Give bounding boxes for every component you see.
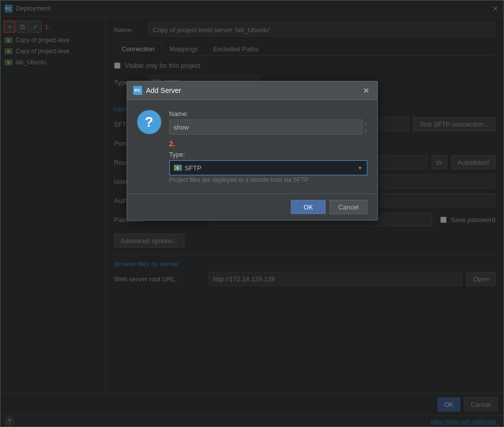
modal-chevron-down-icon: ▼ — [358, 165, 363, 171]
modal-ok-button[interactable]: OK — [291, 200, 326, 214]
down-arrow-icon: ↓ — [364, 127, 367, 133]
modal-name-input-row: ↑ ↓ — [169, 120, 367, 135]
modal-app-icon: PC — [133, 86, 142, 95]
sort-arrows[interactable]: ↑ ↓ — [364, 122, 367, 133]
modal-close-button[interactable]: ✕ — [361, 85, 371, 95]
modal-name-label: Name: — [169, 110, 367, 118]
modal-name-section: Name: ↑ ↓ — [169, 110, 367, 135]
question-mark-icon: ? — [137, 110, 161, 134]
modal-type-value: SFTP — [185, 164, 201, 172]
modal-name-input[interactable] — [169, 120, 363, 135]
modal-fields: Name: ↑ ↓ 2. Type: — [169, 110, 367, 183]
modal-dropdown-icon: S SFTP — [174, 164, 201, 172]
modal-title: Add Server — [146, 86, 181, 94]
modal-sftp-icon: S — [174, 165, 182, 171]
main-window: PC Deployment ✕ + ⧉ ✓ 1. S Copy of pro — [0, 0, 504, 427]
modal-type-label: Type: — [169, 151, 367, 158]
step2-label: 2. — [169, 140, 367, 148]
modal-type-section: Type: S SFTP ▼ Project files are deploye… — [169, 151, 367, 183]
modal-title-bar: PC Add Server ✕ — [127, 81, 377, 100]
modal-icon-area: ? — [137, 110, 161, 183]
modal-cancel-button[interactable]: Cancel — [330, 200, 367, 214]
modal-overlay: PC Add Server ✕ ? Name: — [1, 1, 503, 426]
modal-type-dropdown[interactable]: S SFTP ▼ — [169, 160, 367, 175]
modal-type-hint: Project files are deployed to a remote h… — [169, 176, 367, 183]
modal-title-content: PC Add Server — [133, 86, 181, 95]
add-server-dialog: PC Add Server ✕ ? Name: — [127, 81, 378, 221]
modal-footer: OK Cancel — [127, 193, 377, 220]
modal-body: ? Name: ↑ ↓ — [127, 100, 377, 193]
